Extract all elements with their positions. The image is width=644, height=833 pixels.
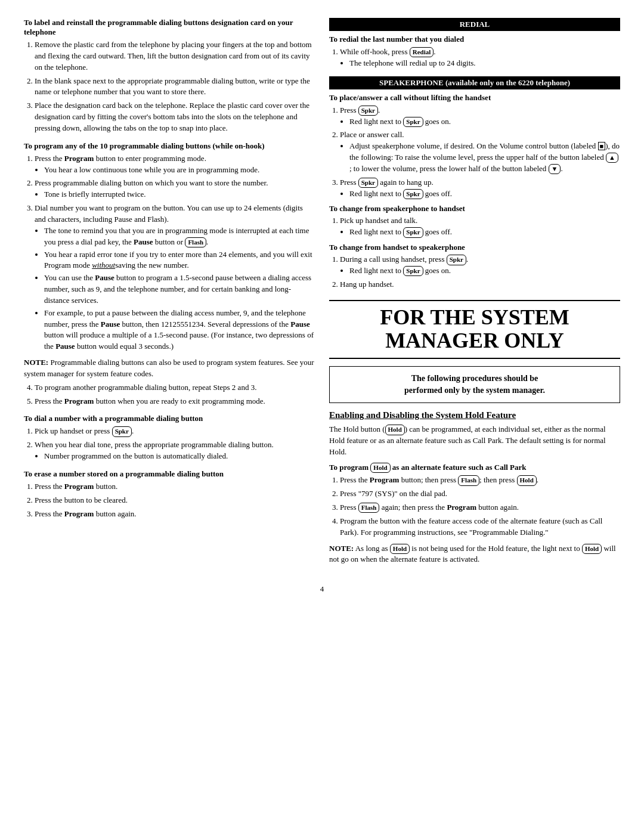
flash-button-label: Flash <box>358 503 380 513</box>
list-item: When you hear dial tone, press the appro… <box>35 439 315 462</box>
list-item: Place or answer call. Adjust speakerphon… <box>340 129 620 174</box>
list-redial: While off-hook, press Redial. The teleph… <box>340 47 620 69</box>
hold-button-label: Hold <box>390 544 410 554</box>
hold-button-label: Hold <box>582 544 602 554</box>
list-item: Number programmed on the button is autom… <box>44 451 315 462</box>
note-programmable: NOTE: Programmable dialing buttons can a… <box>24 357 315 380</box>
spkr-button-label: Spkr <box>112 426 132 436</box>
redial-button-label: Redial <box>410 47 434 57</box>
heading-handset-to-spkr: To change from handset to speakerphone <box>329 243 620 252</box>
list-program-buttons: Press the Program button to enter progra… <box>35 153 315 352</box>
bold-text: Program <box>447 503 476 512</box>
list-item: Press the Program button; then press Fla… <box>340 475 620 486</box>
section-speakerphone: SPEAKERPHONE (available only on the 6220… <box>329 76 620 290</box>
enabling-intro: The Hold button (Hold) can be programmed… <box>329 424 620 458</box>
list-item: Press Flash again; then press the Progra… <box>340 502 620 513</box>
system-manager-heading: FOR THE SYSTEMMANAGER ONLY <box>329 306 620 353</box>
list-item: Press Spkr. Red light next to Spkr goes … <box>340 105 620 128</box>
bold-text: Program <box>370 475 400 484</box>
list-item: The telephone will redial up to 24 digit… <box>349 58 620 69</box>
section-redial: REDIAL To redial the last number that yo… <box>329 18 620 69</box>
list-item: Program the button with the feature acce… <box>340 516 620 538</box>
italic-without: without <box>92 261 115 270</box>
heading-erase-number: To erase a number stored on a programmab… <box>24 469 315 479</box>
hold-button-label: Hold <box>517 475 537 485</box>
sub-list: Red light next to Spkr goes on. <box>349 265 620 277</box>
page-number: 4 <box>24 584 620 594</box>
list-item: To program another programmable dialing … <box>35 382 315 394</box>
list-item: You can use the Pause button to program … <box>44 272 315 306</box>
system-manager-box-text: The following procedures should beperfor… <box>338 373 611 397</box>
spkr-button-label: Spkr <box>403 227 423 237</box>
section-dial-programmable: To dial a number with a programmable dia… <box>24 414 315 462</box>
list-handset-to-spkr: During a call using handset, press Spkr.… <box>340 254 620 290</box>
left-column: To label and reinstall the programmable … <box>24 18 315 572</box>
heading-spkr-to-handset: To change from speakerphone to handset <box>329 204 620 213</box>
heading-enabling: Enabling and Disabling the System Hold F… <box>329 410 620 420</box>
list-item: Press the button to be cleared. <box>35 495 315 506</box>
section-erase-number: To erase a number stored on a programmab… <box>24 469 315 520</box>
note-label: NOTE: <box>329 544 354 553</box>
note-hold: NOTE: As long as Hold is not being used … <box>329 543 620 566</box>
section-label-reinstall: To label and reinstall the programmable … <box>24 18 315 134</box>
sub-list: The tone to remind you that you are in p… <box>44 225 315 352</box>
sub-list: Adjust speakerphone volume, if desired. … <box>349 141 620 175</box>
list-item: Red light next to Spkr goes on. <box>349 265 620 277</box>
list-item: Press "797 (SYS)" on the dial pad. <box>340 488 620 500</box>
flash-button-label: Flash <box>185 237 206 247</box>
list-item: The tone to remind you that you are in p… <box>44 225 315 248</box>
vol-icon: ■ <box>598 142 606 150</box>
list-item: Tone is briefly interrupted twice. <box>44 189 315 200</box>
spkr-button-label: Spkr <box>358 178 378 188</box>
bold-text: Program <box>64 397 94 405</box>
list-item: For example, to put a pause between the … <box>44 308 315 352</box>
speakerphone-heading: SPEAKERPHONE (available only on the 6220… <box>329 76 620 89</box>
right-column: REDIAL To redial the last number that yo… <box>329 18 620 572</box>
up-button-label: ▲ <box>606 153 618 163</box>
system-manager-title: FOR THE SYSTEMMANAGER ONLY <box>329 300 620 359</box>
spkr-button-label: Spkr <box>403 117 423 127</box>
spkr-button-label: Spkr <box>403 189 423 199</box>
list-item: In the blank space next to the appropria… <box>35 76 315 98</box>
redial-heading: REDIAL <box>329 18 620 31</box>
bold-text: Program <box>64 482 94 491</box>
spkr-button-label: Spkr <box>403 266 423 276</box>
spkr-button-label: Spkr <box>447 255 466 265</box>
down-button-label: ▼ <box>549 164 561 174</box>
list-speakerphone: Press Spkr. Red light next to Spkr goes … <box>340 105 620 200</box>
list-program-hold: Press the Program button; then press Fla… <box>340 475 620 538</box>
sub-list: Red light next to Spkr goes off. <box>349 188 620 200</box>
hold-button-label: Hold <box>370 463 390 473</box>
list-item: Press programmable dialing button on whi… <box>35 178 315 200</box>
heading-program-buttons: To program any of the 10 programmable di… <box>24 141 315 151</box>
list-item: You hear a low continuous tone while you… <box>44 165 315 176</box>
list-item: Press the Program button when you are re… <box>35 396 315 407</box>
list-item: Red light next to Spkr goes on. <box>349 116 620 128</box>
list-dial-programmable: Pick up handset or press Spkr. When you … <box>35 426 315 462</box>
list-item: Remove the plastic card from the telepho… <box>35 39 315 73</box>
sub-list: The telephone will redial up to 24 digit… <box>349 58 620 69</box>
list-item: Dial number you want to program on the b… <box>35 203 315 352</box>
bold-text: Pause <box>55 342 75 351</box>
hold-button-label: Hold <box>385 425 405 435</box>
bold-text: Program <box>64 154 94 163</box>
list-item: Press the Program button to enter progra… <box>35 153 315 176</box>
sub-list: Red light next to Spkr goes off. <box>349 227 620 238</box>
flash-button-label: Flash <box>458 475 479 485</box>
section-program-buttons: To program any of the 10 programmable di… <box>24 141 315 407</box>
list-item: Press the Program button again. <box>35 509 315 520</box>
sub-list: You hear a low continuous tone while you… <box>44 165 315 176</box>
list-erase-number: Press the Program button. Press the butt… <box>35 481 315 520</box>
sub-list: Red light next to Spkr goes on. <box>349 116 620 128</box>
bold-text: Pause <box>134 237 153 246</box>
heading-program-hold: To program Hold as an alternate feature … <box>329 463 620 473</box>
system-manager-section: FOR THE SYSTEMMANAGER ONLY The following… <box>329 300 620 566</box>
list-item: While off-hook, press Redial. The teleph… <box>340 47 620 69</box>
list-item: Press the Program button. <box>35 481 315 493</box>
list-label-reinstall: Remove the plastic card from the telepho… <box>35 39 315 134</box>
list-item: Pick up handset or press Spkr. <box>35 426 315 437</box>
section-enabling: Enabling and Disabling the System Hold F… <box>329 410 620 565</box>
bold-text: Pause <box>290 320 310 329</box>
note-label: NOTE: <box>24 358 48 367</box>
list-item: Red light next to Spkr goes off. <box>349 188 620 200</box>
